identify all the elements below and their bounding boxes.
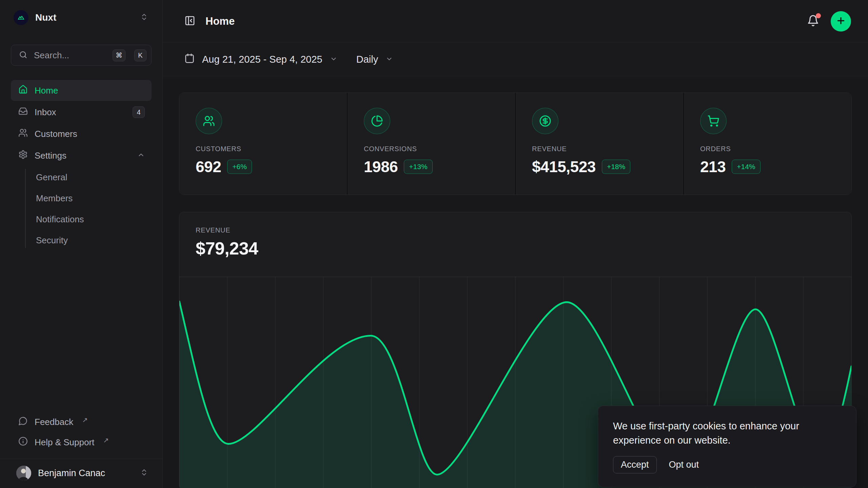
- page-header: Home: [163, 0, 868, 43]
- date-range-label: Aug 21, 2025 - Sep 4, 2025: [202, 54, 322, 65]
- stat-label: ORDERS: [700, 145, 835, 153]
- search-icon: [19, 50, 28, 61]
- sidebar-item-members[interactable]: Members: [36, 188, 152, 209]
- search-input[interactable]: [34, 50, 106, 61]
- app-root: Nuxt ⌘ K Home: [0, 0, 868, 488]
- feedback-link[interactable]: Feedback ↗: [11, 412, 152, 431]
- kbd-k: K: [134, 49, 146, 61]
- dollar-circle-icon: [532, 108, 558, 134]
- cookie-message: We use first-party cookies to enhance yo…: [613, 419, 830, 447]
- date-range-picker[interactable]: Aug 21, 2025 - Sep 4, 2025: [184, 53, 337, 66]
- footer-item-label: Feedback: [35, 417, 73, 427]
- sidebar-item-customers[interactable]: Customers: [11, 123, 152, 144]
- external-link-icon: ↗: [103, 436, 109, 444]
- stats-grid: CUSTOMERS 692 +6% CONVERSIONS 1986 +13%: [179, 93, 852, 195]
- chevrons-up-down-icon: [140, 468, 148, 478]
- search-bar[interactable]: ⌘ K: [11, 45, 152, 66]
- sidebar: Nuxt ⌘ K Home: [0, 0, 163, 488]
- revenue-panel-label: REVENUE: [196, 226, 835, 234]
- chevron-down-icon: [330, 54, 337, 65]
- footer-item-label: Help & Support: [35, 437, 94, 448]
- brand-name: Nuxt: [35, 12, 56, 23]
- stat-delta-badge: +18%: [602, 160, 630, 174]
- external-link-icon: ↗: [82, 416, 88, 424]
- stat-card-conversions: CONVERSIONS 1986 +13%: [348, 93, 515, 195]
- page-title: Home: [205, 15, 235, 27]
- team-switcher[interactable]: Nuxt: [11, 8, 152, 27]
- user-menu[interactable]: Benjamin Canac: [11, 459, 152, 488]
- stat-value: 1986: [364, 158, 398, 176]
- plus-icon: [836, 16, 846, 27]
- stat-label: CONVERSIONS: [364, 145, 499, 153]
- sidebar-item-security[interactable]: Security: [36, 230, 152, 251]
- opt-out-button[interactable]: Opt out: [669, 456, 699, 473]
- users-icon: [18, 128, 28, 140]
- chevrons-up-down-icon: [140, 13, 148, 22]
- users-icon: [196, 108, 222, 134]
- user-name: Benjamin Canac: [38, 468, 105, 479]
- panel-left-close-icon: [184, 15, 195, 27]
- notifications-button[interactable]: [807, 15, 819, 28]
- shopping-cart-icon: [700, 108, 727, 134]
- inbox-count-badge: 4: [133, 106, 145, 118]
- sidebar-item-notifications[interactable]: Notifications: [36, 209, 152, 230]
- sidebar-item-general[interactable]: General: [36, 167, 152, 188]
- sidebar-item-settings[interactable]: Settings: [11, 145, 152, 166]
- avatar: [16, 466, 31, 481]
- stat-value: 692: [196, 158, 221, 176]
- sidebar-nav: Home Inbox 4 Customers Sett: [11, 80, 152, 251]
- stat-delta-badge: +6%: [227, 160, 252, 174]
- sidebar-item-label: Settings: [35, 150, 66, 161]
- notification-dot: [816, 13, 821, 18]
- collapse-sidebar-button[interactable]: [184, 15, 195, 27]
- gear-icon: [18, 150, 28, 162]
- stat-value: 213: [700, 158, 726, 176]
- nuxt-logo-icon: [14, 10, 28, 25]
- cookie-banner: We use first-party cookies to enhance yo…: [598, 406, 856, 487]
- chevron-up-icon: [137, 150, 145, 161]
- chevron-down-icon: [386, 54, 393, 65]
- add-button[interactable]: [831, 11, 851, 32]
- stat-delta-badge: +14%: [732, 160, 760, 174]
- stat-card-revenue: REVENUE $415,523 +18%: [516, 93, 683, 195]
- sidebar-item-inbox[interactable]: Inbox 4: [11, 102, 152, 123]
- sidebar-item-label: Inbox: [35, 107, 56, 118]
- kbd-meta: ⌘: [113, 49, 125, 61]
- stat-card-orders: ORDERS 213 +14%: [684, 93, 851, 195]
- stat-delta-badge: +13%: [404, 160, 432, 174]
- granularity-label: Daily: [356, 54, 378, 65]
- sidebar-item-label: Customers: [35, 129, 77, 139]
- sidebar-item-label: Home: [35, 85, 58, 96]
- revenue-panel-value: $79,234: [196, 238, 835, 259]
- pie-chart-icon: [364, 108, 390, 134]
- stat-label: REVENUE: [532, 145, 667, 153]
- sidebar-item-home[interactable]: Home: [11, 80, 152, 101]
- accept-button[interactable]: Accept: [613, 456, 657, 473]
- stat-label: CUSTOMERS: [196, 145, 331, 153]
- stat-value: $415,523: [532, 158, 596, 176]
- help-support-link[interactable]: Help & Support ↗: [11, 433, 152, 452]
- calendar-icon: [184, 53, 195, 66]
- speech-bubble-icon: [18, 416, 28, 428]
- stat-card-customers: CUSTOMERS 692 +6%: [179, 93, 347, 195]
- home-icon: [18, 85, 28, 97]
- sidebar-footer: Feedback ↗ Help & Support ↗: [11, 412, 152, 455]
- granularity-select[interactable]: Daily: [356, 54, 393, 65]
- info-circle-icon: [18, 436, 28, 448]
- inbox-icon: [18, 106, 28, 118]
- filters-toolbar: Aug 21, 2025 - Sep 4, 2025 Daily: [163, 43, 868, 76]
- settings-submenu: General Members Notifications Security: [11, 167, 152, 251]
